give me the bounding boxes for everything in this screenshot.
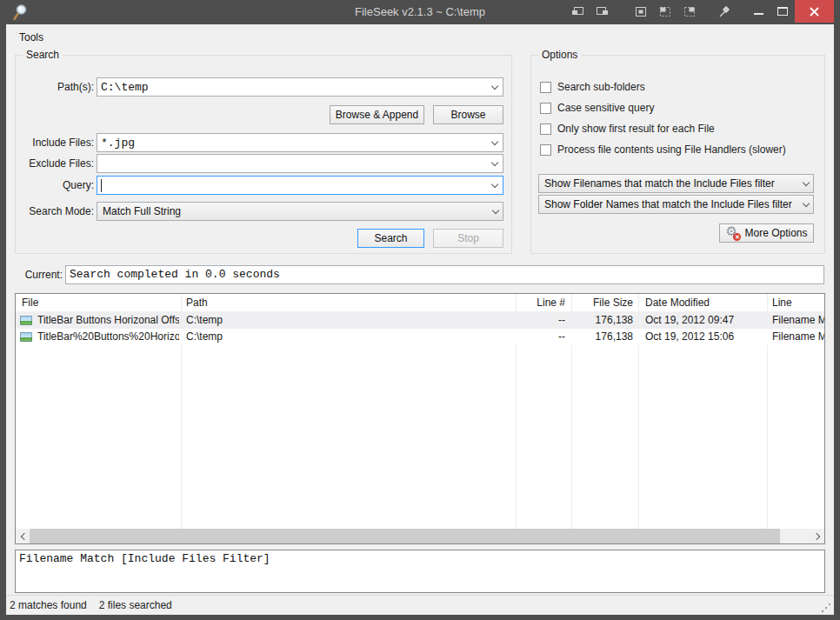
paths-label: Path(s): xyxy=(16,77,94,97)
close-button[interactable] xyxy=(795,0,834,23)
cell-file: TitleBar%20Buttons%20Horizonal... xyxy=(37,329,179,345)
chevron-down-icon xyxy=(491,180,498,187)
first-result-checkbox[interactable] xyxy=(540,123,551,135)
horizontal-scrollbar[interactable] xyxy=(16,529,824,543)
scroll-right-button[interactable] xyxy=(810,529,824,543)
browse-button[interactable]: Browse xyxy=(433,105,503,124)
cell-line-number: -- xyxy=(503,329,565,345)
checkbox-row-first-result: Only show first result for each File xyxy=(540,122,818,136)
checkbox-row-case: Case sensitive query xyxy=(540,101,818,115)
matches-found-text: 2 matches found xyxy=(10,599,87,611)
monitor-next-icon xyxy=(596,6,609,17)
size-window-dashed-2-icon xyxy=(683,6,696,17)
options-groupbox: Options Search sub-folders Case sensitiv… xyxy=(530,55,825,254)
browse-append-button[interactable]: Browse & Append xyxy=(330,105,424,124)
filename-filter-select[interactable]: Show Filenames that match the Include Fi… xyxy=(538,174,814,193)
filename-filter-value: Show Filenames that match the Include Fi… xyxy=(544,177,803,190)
current-label: Current: xyxy=(15,265,63,284)
move-to-previous-monitor-button[interactable] xyxy=(567,3,588,21)
minimize-button[interactable] xyxy=(746,0,770,23)
more-options-label: More Options xyxy=(744,227,807,239)
close-icon xyxy=(810,7,819,17)
paths-combobox xyxy=(97,77,503,97)
search-group-label: Search xyxy=(23,49,63,62)
column-header-line[interactable]: Line xyxy=(772,294,823,311)
column-header-date-modified[interactable]: Date Modified xyxy=(645,294,758,311)
chevron-right-icon xyxy=(812,532,819,539)
first-result-label[interactable]: Only show first result for each File xyxy=(557,123,715,135)
case-sensitive-label[interactable]: Case sensitive query xyxy=(557,102,654,114)
titlebar[interactable]: FileSeek v2.1.3 ~ C:\temp xyxy=(0,0,840,24)
result-row-2[interactable]: TitleBar%20Buttons%20Horizonal... C:\tem… xyxy=(16,329,824,345)
chevron-down-icon xyxy=(491,137,498,144)
image-file-icon xyxy=(20,316,32,325)
include-files-input[interactable] xyxy=(97,134,487,151)
chevron-down-icon xyxy=(803,178,810,185)
search-groupbox: Search Path(s): Browse & Append Browse I… xyxy=(15,55,512,254)
result-row-1[interactable]: TitleBar Buttons Horizonal Offset.... C:… xyxy=(16,312,824,329)
cell-line: Filename Mat xyxy=(772,312,824,329)
maximize-button[interactable] xyxy=(770,0,795,23)
minimize-icon xyxy=(754,13,763,15)
image-file-icon xyxy=(20,332,32,342)
column-header-file[interactable]: File xyxy=(22,294,178,311)
size-window-dashed-icon xyxy=(659,6,671,17)
options-group-label: Options xyxy=(538,49,581,62)
chevron-down-icon xyxy=(803,199,810,206)
include-files-combobox xyxy=(97,133,503,152)
query-label: Query: xyxy=(16,176,94,195)
cell-date-modified: Oct 19, 2012 09:47 xyxy=(645,312,758,329)
size-window-1-button[interactable] xyxy=(655,3,676,21)
statusbar: 2 matches found 2 files searched xyxy=(6,595,834,615)
more-options-button[interactable]: ⚙✕ More Options xyxy=(719,223,814,243)
search-mode-label: Search Mode: xyxy=(16,202,94,221)
chevron-down-icon xyxy=(491,82,498,89)
size-window-2-button[interactable] xyxy=(679,3,700,21)
resize-grip[interactable] xyxy=(822,602,832,612)
center-window-icon xyxy=(635,6,647,17)
move-to-next-monitor-button[interactable] xyxy=(591,3,612,21)
include-dropdown-button[interactable] xyxy=(487,134,503,151)
menu-tools[interactable]: Tools xyxy=(14,29,52,46)
fileseek-window: FileSeek v2.1.3 ~ C:\temp xyxy=(0,0,840,620)
cell-path: C:\temp xyxy=(186,312,447,329)
cell-file-size: 176,138 xyxy=(577,329,633,345)
text-caret xyxy=(101,179,102,192)
cell-file: TitleBar Buttons Horizonal Offset.... xyxy=(37,312,179,329)
scroll-left-button[interactable] xyxy=(16,529,30,543)
cell-path: C:\temp xyxy=(186,329,447,345)
case-sensitive-checkbox[interactable] xyxy=(540,103,551,114)
search-mode-select[interactable]: Match Full String xyxy=(97,202,503,221)
scrollbar-thumb[interactable] xyxy=(30,529,780,543)
column-header-line-number[interactable]: Line # xyxy=(503,294,565,311)
always-on-top-button[interactable] xyxy=(713,3,734,21)
paths-dropdown-button[interactable] xyxy=(487,78,503,96)
file-handlers-label[interactable]: Process file contents using File Handler… xyxy=(557,143,786,156)
paths-input[interactable] xyxy=(97,78,487,96)
pin-icon xyxy=(717,6,730,18)
search-subfolders-label[interactable]: Search sub-folders xyxy=(557,81,645,93)
gear-red-x-icon: ⚙✕ xyxy=(725,226,740,240)
query-dropdown-button[interactable] xyxy=(487,177,503,194)
query-combobox xyxy=(97,176,503,195)
exclude-files-label: Exclude Files: xyxy=(16,154,94,173)
exclude-dropdown-button[interactable] xyxy=(487,155,503,172)
center-window-button[interactable] xyxy=(630,3,651,21)
file-handlers-checkbox[interactable] xyxy=(540,144,551,156)
folder-filter-select[interactable]: Show Folder Names that match the Include… xyxy=(538,195,814,214)
stop-button: Stop xyxy=(433,229,503,248)
column-header-file-size[interactable]: File Size xyxy=(577,294,633,311)
search-button[interactable]: Search xyxy=(357,229,424,248)
results-listview: File Path Line # File Size Date Modified… xyxy=(15,293,825,544)
search-mode-value: Match Full String xyxy=(103,205,493,217)
cell-line-number: -- xyxy=(503,312,565,329)
exclude-files-combobox xyxy=(97,154,503,173)
chevron-left-icon xyxy=(20,532,27,539)
query-input[interactable] xyxy=(97,177,487,194)
checkbox-row-file-handlers: Process file contents using File Handler… xyxy=(540,143,823,157)
column-header-path[interactable]: Path xyxy=(186,294,360,311)
search-subfolders-checkbox[interactable] xyxy=(540,82,551,93)
match-details-textbox[interactable]: Filename Match [Include Files Filter] xyxy=(15,550,825,593)
exclude-files-input[interactable] xyxy=(97,155,487,172)
current-status-textbox[interactable]: Search completed in 0.0 seconds xyxy=(65,265,824,284)
